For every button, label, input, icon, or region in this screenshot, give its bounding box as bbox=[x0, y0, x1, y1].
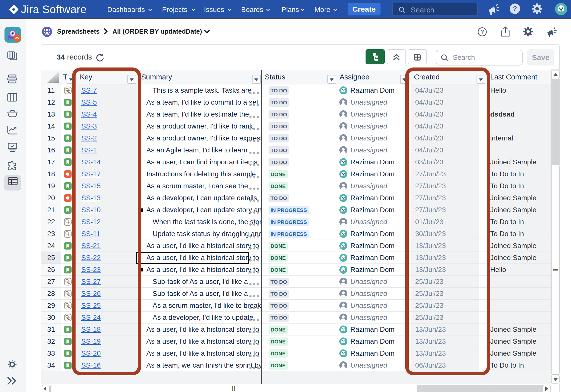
svg-text:?: ? bbox=[480, 29, 484, 35]
svg-text:?: ? bbox=[513, 5, 517, 12]
